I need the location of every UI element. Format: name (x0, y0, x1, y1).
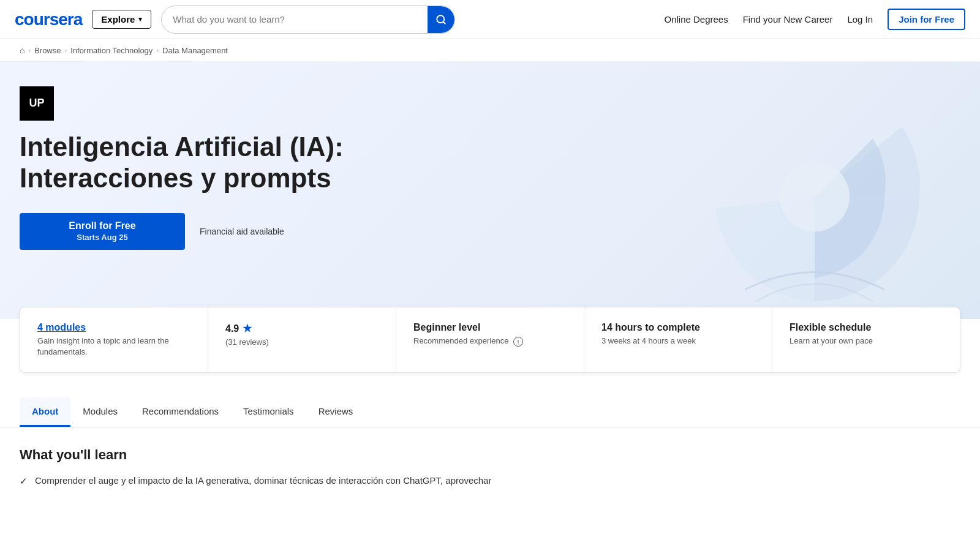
level-desc-text: Recommended experience (413, 336, 508, 345)
reviews-count: (31 reviews) (225, 337, 379, 347)
learn-item: ✓ Comprender el auge y el impacto de la … (20, 475, 960, 487)
tabs-container: About Modules Recommendations Testimonia… (20, 397, 960, 427)
enroll-button[interactable]: Enroll for Free Starts Aug 25 (20, 213, 185, 250)
tab-about[interactable]: About (20, 397, 70, 427)
hero-section: UP Inteligencia Artificial (IA): Interac… (0, 62, 980, 319)
info-icon[interactable]: i (513, 337, 523, 347)
level-desc: Recommended experience i (413, 336, 567, 347)
about-content: What you'll learn ✓ Comprender el auge y… (0, 427, 980, 511)
tab-reviews[interactable]: Reviews (306, 397, 366, 427)
online-degrees-link[interactable]: Online Degrees (664, 14, 728, 24)
explore-button[interactable]: Explore ▾ (92, 10, 151, 29)
course-tabs: About Modules Recommendations Testimonia… (0, 393, 980, 427)
find-career-link[interactable]: Find your New Career (743, 14, 833, 24)
rating-value: 4.9 ★ (225, 322, 379, 335)
hero-decoration (698, 80, 931, 313)
main-header: coursera Explore ▾ Online Degrees Find y… (0, 0, 980, 39)
coursera-logo: coursera (15, 10, 82, 29)
financial-aid-text: Financial aid available (200, 227, 284, 236)
stat-hours: 14 hours to complete 3 weeks at 4 hours … (584, 307, 772, 372)
modules-title: 4 modules (37, 322, 190, 333)
what-you-learn-title: What you'll learn (20, 447, 960, 463)
tab-recommendations[interactable]: Recommendations (130, 397, 231, 427)
schedule-title: Flexible schedule (790, 322, 943, 333)
star-icon: ★ (243, 322, 252, 335)
search-bar (161, 6, 455, 34)
search-button[interactable] (428, 6, 454, 33)
stat-rating: 4.9 ★ (31 reviews) (208, 307, 396, 372)
modules-link[interactable]: 4 modules (37, 322, 86, 332)
breadcrumb-sep-2: › (65, 47, 67, 54)
svg-point-0 (780, 162, 850, 231)
chevron-down-icon: ▾ (138, 15, 142, 23)
login-link[interactable]: Log In (847, 14, 873, 24)
modules-desc: Gain insight into a topic and learn the … (37, 336, 190, 358)
level-title: Beginner level (413, 322, 567, 333)
search-icon (435, 14, 447, 25)
course-title: Inteligencia Artificial (IA): Interaccio… (20, 132, 436, 193)
check-icon: ✓ (20, 476, 28, 487)
learn-item-text: Comprender el auge y el impacto de la IA… (35, 475, 491, 486)
hours-desc: 3 weeks at 4 hours a week (601, 336, 755, 347)
home-icon[interactable]: ⌂ (20, 45, 24, 55)
breadcrumb: ⌂ › Browse › Information Technology › Da… (0, 39, 980, 62)
header-nav: Online Degrees Find your New Career Log … (664, 9, 965, 30)
hours-title: 14 hours to complete (601, 322, 755, 333)
breadcrumb-sep-1: › (28, 47, 31, 54)
stat-modules: 4 modules Gain insight into a topic and … (20, 307, 208, 372)
rating-number: 4.9 (225, 323, 239, 334)
schedule-desc: Learn at your own pace (790, 336, 943, 347)
join-free-button[interactable]: Join for Free (888, 9, 965, 30)
search-input[interactable] (162, 8, 428, 31)
breadcrumb-subcategory: Data Management (162, 46, 228, 55)
tab-testimonials[interactable]: Testimonials (231, 397, 306, 427)
stat-level: Beginner level Recommended experience i (396, 307, 584, 372)
explore-label: Explore (101, 14, 135, 24)
stat-schedule: Flexible schedule Learn at your own pace (772, 307, 960, 372)
university-logo-text: UP (29, 97, 44, 110)
hero-actions: Enroll for Free Starts Aug 25 Financial … (20, 213, 546, 250)
breadcrumb-browse[interactable]: Browse (34, 46, 61, 55)
tab-modules[interactable]: Modules (70, 397, 130, 427)
breadcrumb-category[interactable]: Information Technology (70, 46, 153, 55)
university-logo: UP (20, 86, 54, 121)
breadcrumb-sep-3: › (156, 47, 159, 54)
enroll-label: Enroll for Free (69, 220, 135, 233)
stats-bar: 4 modules Gain insight into a topic and … (20, 307, 960, 373)
enroll-date: Starts Aug 25 (77, 233, 127, 243)
hero-content: UP Inteligencia Artificial (IA): Interac… (20, 86, 546, 250)
